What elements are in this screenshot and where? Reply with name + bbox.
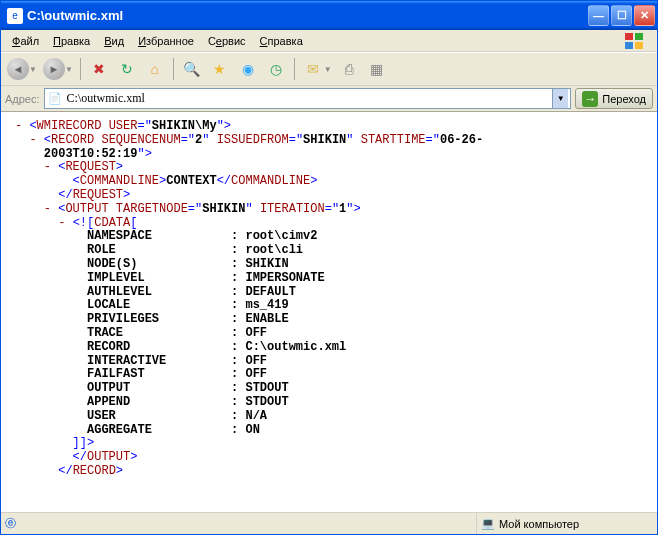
window-buttons: — ☐ ✕ <box>588 5 655 26</box>
window-title: C:\outwmic.xml <box>27 8 588 23</box>
separator <box>294 58 295 80</box>
forward-button[interactable]: ► <box>41 56 67 82</box>
forward-dropdown[interactable]: ▼ <box>65 65 75 74</box>
separator <box>80 58 81 80</box>
maximize-button[interactable]: ☐ <box>611 5 632 26</box>
address-input[interactable] <box>67 91 553 106</box>
menu-help[interactable]: Справка <box>253 33 310 49</box>
go-icon: → <box>582 91 598 107</box>
history-button[interactable]: ◷ <box>263 56 289 82</box>
status-zone: 💻 Мой компьютер <box>477 513 657 534</box>
menu-tools[interactable]: Сервис <box>201 33 253 49</box>
refresh-button[interactable]: ↻ <box>114 56 140 82</box>
back-dropdown[interactable]: ▼ <box>29 65 39 74</box>
menu-view[interactable]: Вид <box>97 33 131 49</box>
minimize-button[interactable]: — <box>588 5 609 26</box>
favorites-button[interactable]: ★ <box>207 56 233 82</box>
content-area[interactable]: - <WMIRECORD USER="SHIKIN\My"> - <RECORD… <box>1 112 657 512</box>
mail-button[interactable]: ✉ <box>300 56 326 82</box>
menu-file[interactable]: Файл <box>5 33 46 49</box>
window: e C:\outwmic.xml — ☐ ✕ Файл Правка Вид И… <box>0 0 658 535</box>
stop-button[interactable]: ✖ <box>86 56 112 82</box>
menu-edit[interactable]: Правка <box>46 33 97 49</box>
print-button[interactable]: ⎙ <box>336 56 362 82</box>
address-field[interactable]: 📄 ▼ <box>44 88 572 109</box>
ie-small-icon: ⓔ <box>5 516 16 531</box>
separator <box>173 58 174 80</box>
close-button[interactable]: ✕ <box>634 5 655 26</box>
search-button[interactable]: 🔍 <box>179 56 205 82</box>
ie-icon: e <box>7 8 23 24</box>
edit-button[interactable]: ▦ <box>364 56 390 82</box>
mail-dropdown[interactable]: ▼ <box>324 65 334 74</box>
address-dropdown[interactable]: ▼ <box>552 89 568 108</box>
titlebar[interactable]: e C:\outwmic.xml — ☐ ✕ <box>1 1 657 30</box>
go-button[interactable]: →Переход <box>575 88 653 109</box>
media-button[interactable]: ◉ <box>235 56 261 82</box>
addressbar: Адрес: 📄 ▼ →Переход <box>1 86 657 112</box>
menu-favorites[interactable]: Избранное <box>131 33 201 49</box>
computer-icon: 💻 <box>481 517 495 530</box>
xml-tree: - <WMIRECORD USER="SHIKIN\My"> - <RECORD… <box>1 112 657 487</box>
home-button[interactable]: ⌂ <box>142 56 168 82</box>
toolbar: ◄▼ ►▼ ✖ ↻ ⌂ 🔍 ★ ◉ ◷ ✉▼ ⎙ ▦ <box>1 52 657 86</box>
status-left: ⓔ <box>1 513 477 534</box>
ie-page-icon: 📄 <box>47 91 63 107</box>
address-label: Адрес: <box>5 93 40 105</box>
statusbar: ⓔ 💻 Мой компьютер <box>1 512 657 534</box>
back-button[interactable]: ◄ <box>5 56 31 82</box>
windows-logo <box>615 31 653 51</box>
menubar: Файл Правка Вид Избранное Сервис Справка <box>1 30 657 52</box>
zone-text: Мой компьютер <box>499 518 579 530</box>
